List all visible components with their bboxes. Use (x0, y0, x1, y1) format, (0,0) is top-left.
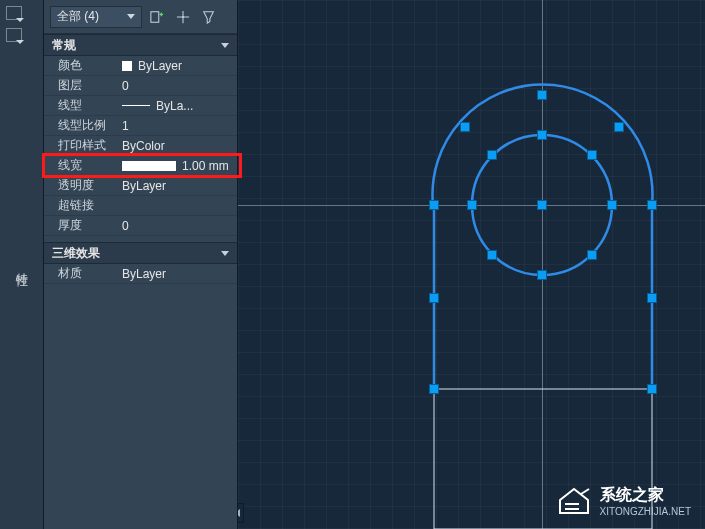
prop-value-text: ByLayer (116, 267, 237, 281)
lineweight-preview-bar (122, 161, 176, 171)
prop-row-material[interactable]: 材质 ByLayer (44, 264, 237, 284)
section-3d-header[interactable]: 三维效果 (44, 242, 237, 264)
prop-row-plotstyle[interactable]: 打印样式 ByColor (44, 136, 237, 156)
grip[interactable] (429, 384, 439, 394)
prop-value: 1.00 mm (116, 159, 237, 173)
prop-value-text: ByLa... (156, 99, 193, 113)
prop-row-layer[interactable]: 图层 0 (44, 76, 237, 96)
properties-tab-label[interactable]: 特性 (13, 263, 30, 267)
prop-value: ByLayer (116, 59, 237, 73)
panel-menu-icon[interactable] (6, 6, 22, 20)
prop-label: 打印样式 (44, 137, 116, 154)
properties-tab-strip: 特性 (0, 0, 44, 529)
prop-value-text: ByColor (116, 139, 237, 153)
prop-label: 线型比例 (44, 117, 116, 134)
prop-value-text: 0 (116, 219, 237, 233)
prop-value-text: ByLayer (138, 59, 182, 73)
drawing-canvas[interactable]: 系统之家 XITONGZHIJIA.NET (238, 0, 705, 529)
grip[interactable] (537, 90, 547, 100)
prop-row-thickness[interactable]: 厚度 0 (44, 216, 237, 236)
prop-row-hyperlink[interactable]: 超链接 (44, 196, 237, 216)
prop-value-text: 1.00 mm (182, 159, 229, 173)
grip[interactable] (587, 250, 597, 260)
prop-row-linetype[interactable]: 线型 ByLa... (44, 96, 237, 116)
linetype-preview (122, 105, 150, 106)
prop-label: 线型 (44, 97, 116, 114)
grip[interactable] (467, 200, 477, 210)
prop-value-text: 1 (116, 119, 237, 133)
grip[interactable] (607, 200, 617, 210)
drawing-svg (238, 0, 705, 529)
prop-label: 颜色 (44, 57, 116, 74)
quick-select-icon[interactable] (198, 6, 220, 28)
grip[interactable] (487, 150, 497, 160)
section-3d-rows: 材质 ByLayer (44, 264, 237, 284)
section-3d-title: 三维效果 (52, 245, 100, 262)
grip[interactable] (429, 200, 439, 210)
prop-label: 材质 (44, 265, 116, 282)
select-objects-icon[interactable] (172, 6, 194, 28)
prop-row-ltscale[interactable]: 线型比例 1 (44, 116, 237, 136)
prop-row-lineweight[interactable]: 线宽 1.00 mm (44, 156, 237, 176)
grip[interactable] (537, 270, 547, 280)
watermark-title: 系统之家 (600, 485, 692, 506)
chevron-down-icon (221, 251, 229, 256)
svg-point-1 (182, 15, 184, 17)
prop-row-transparency[interactable]: 透明度 ByLayer (44, 176, 237, 196)
prop-label: 线宽 (44, 157, 116, 174)
grip[interactable] (647, 293, 657, 303)
panel-menu-icon-2[interactable] (6, 28, 22, 42)
svg-rect-0 (151, 11, 159, 22)
prop-value-text: ByLayer (116, 179, 237, 193)
watermark: 系统之家 XITONGZHIJIA.NET (556, 485, 692, 517)
chevron-down-icon (221, 43, 229, 48)
grip[interactable] (487, 250, 497, 260)
prop-label: 超链接 (44, 197, 116, 214)
drawing-content (238, 0, 705, 529)
chevron-down-icon (127, 14, 135, 19)
grip[interactable] (647, 200, 657, 210)
prop-label: 透明度 (44, 177, 116, 194)
section-general-header[interactable]: 常规 (44, 34, 237, 56)
properties-panel: 全部 (4) 常规 颜色 ByLayer 图层 0 线型 (44, 0, 238, 529)
grip[interactable] (614, 122, 624, 132)
grip[interactable] (537, 200, 547, 210)
object-type-text: 全部 (4) (57, 8, 99, 25)
panel-collapse-handle[interactable] (238, 503, 244, 523)
color-swatch (122, 61, 132, 71)
prop-label: 图层 (44, 77, 116, 94)
grip[interactable] (537, 130, 547, 140)
grip[interactable] (647, 384, 657, 394)
grip[interactable] (587, 150, 597, 160)
object-type-select[interactable]: 全部 (4) (50, 6, 142, 28)
watermark-url: XITONGZHIJIA.NET (600, 506, 692, 517)
section-general-rows: 颜色 ByLayer 图层 0 线型 ByLa... 线型比例 1 打印样式 B… (44, 56, 237, 236)
prop-value: ByLa... (116, 99, 237, 113)
prop-row-color[interactable]: 颜色 ByLayer (44, 56, 237, 76)
house-icon (556, 486, 592, 516)
section-general-title: 常规 (52, 37, 76, 54)
properties-header: 全部 (4) (44, 0, 237, 34)
grip[interactable] (460, 122, 470, 132)
toggle-pickadd-icon[interactable] (146, 6, 168, 28)
grip[interactable] (429, 293, 439, 303)
prop-label: 厚度 (44, 217, 116, 234)
prop-value-text: 0 (116, 79, 237, 93)
